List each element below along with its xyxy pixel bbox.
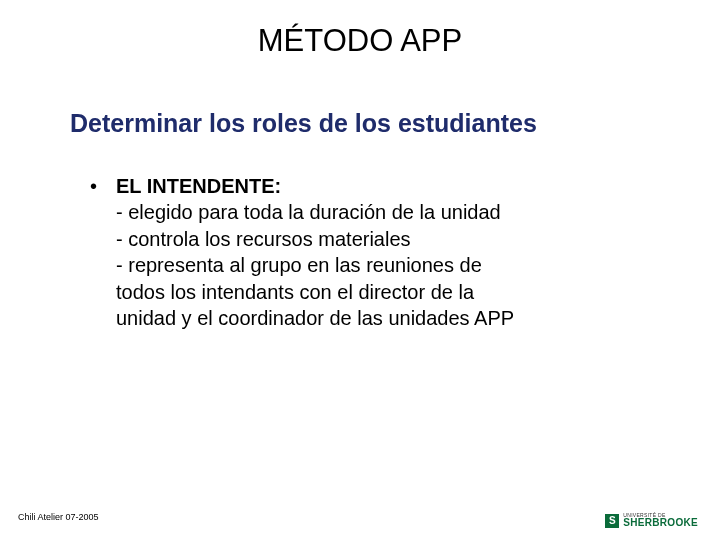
slide: MÉTODO APP Determinar los roles de los e… (0, 0, 720, 540)
footer-logo: S UNIVERSITÉ DE SHERBROOKE (605, 513, 698, 528)
bullet-line: - representa al grupo en las reuniones d… (116, 252, 630, 278)
footer-left-text: Chili Atelier 07-2005 (18, 512, 99, 522)
bullet-heading: EL INTENDENTE: (116, 173, 281, 199)
slide-title: MÉTODO APP (0, 23, 720, 59)
slide-subtitle: Determinar los roles de los estudiantes (70, 109, 537, 138)
logo-text: UNIVERSITÉ DE SHERBROOKE (623, 513, 698, 528)
bullet-line: - elegido para toda la duración de la un… (116, 199, 630, 225)
bullet-lines: - elegido para toda la duración de la un… (116, 199, 630, 331)
bullet-line: - controla los recursos materiales (116, 226, 630, 252)
logo-university-name: SHERBROOKE (623, 518, 698, 528)
bullet-item: • EL INTENDENTE: (90, 173, 630, 199)
logo-icon: S (605, 514, 619, 528)
bullet-mark: • (90, 173, 116, 199)
bullet-line: todos los intendants con el director de … (116, 279, 630, 305)
body-text: • EL INTENDENTE: - elegido para toda la … (90, 173, 630, 331)
bullet-line: unidad y el coordinador de las unidades … (116, 305, 630, 331)
